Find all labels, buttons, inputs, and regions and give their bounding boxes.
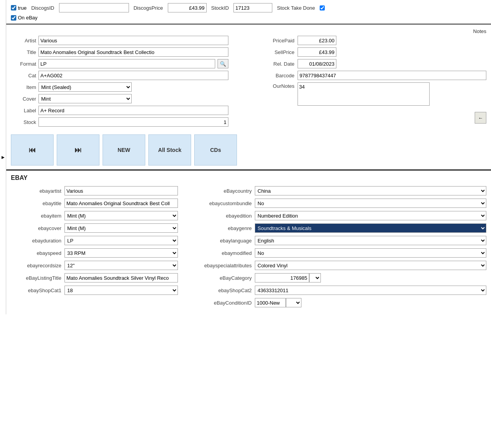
ebayspeed-select[interactable]: 33 RPM 45 RPM — [64, 248, 178, 258]
stock-id-input[interactable] — [233, 3, 272, 12]
ebayshopcat2-select[interactable]: 43633312011 — [255, 286, 486, 295]
ebayedition-select[interactable]: Numbered Edition Limited Edition Standar… — [255, 211, 486, 220]
ebay-shop-cat1-select[interactable]: 18 1 — [64, 286, 178, 295]
navigation-buttons: ⏮ ⏭ NEW All Stock CDs — [11, 134, 486, 166]
ebaytitle-label: ebaytitle — [11, 200, 61, 206]
ebayitem-label: ebayitem — [11, 213, 61, 219]
on-discogs-label: true — [18, 5, 26, 11]
ebaycountry-select[interactable]: China UK USA — [255, 186, 486, 195]
ebaylanguage-select[interactable]: English Japanese — [255, 236, 486, 245]
price-paid-label: PricePaid — [244, 38, 294, 44]
discogs-id-label: DiscogsID — [31, 5, 54, 11]
ebaytitle-input[interactable] — [64, 199, 178, 208]
ebay-shop-cat1-row: ebayShopCat1 18 1 — [11, 286, 178, 295]
barcode-row: Barcode — [244, 71, 486, 80]
next-button[interactable]: ⏭ — [57, 134, 99, 166]
side-arrow[interactable]: ▶ — [0, 0, 6, 314]
ebaycover-row: ebaycover Mint (M) Near Mint — [11, 223, 178, 233]
ebaymodified-select[interactable]: No Yes — [255, 248, 486, 258]
format-input[interactable] — [38, 59, 215, 68]
ebaycover-label: ebaycover — [11, 225, 61, 231]
ebaycustombundle-select[interactable]: No Yes — [255, 199, 486, 208]
artist-input[interactable] — [38, 36, 228, 45]
sell-price-input[interactable] — [298, 47, 336, 57]
discogs-price-input[interactable] — [168, 3, 207, 12]
cover-label: Cover — [11, 96, 36, 102]
ebayspecialattributes-label: ebayspecialattributes — [190, 263, 252, 268]
ebayartist-row: ebayartist — [11, 186, 178, 195]
notes-label: Notes — [473, 28, 486, 34]
ebaymodified-row: ebaymodified No Yes — [190, 248, 486, 258]
on-discogs-checkbox-label[interactable]: true — [11, 5, 26, 11]
format-label: Format — [11, 61, 36, 67]
price-paid-input[interactable] — [298, 36, 336, 45]
ebaycategory-container — [255, 273, 321, 282]
ebayedition-row: ebayedition Numbered Edition Limited Edi… — [190, 211, 486, 220]
ebayshopcat2-row: ebayShopCat2 43633312011 — [190, 286, 486, 295]
label-input[interactable] — [38, 106, 228, 115]
ebaycategory-row: eBayCategory — [190, 273, 486, 282]
barcode-input[interactable] — [298, 71, 486, 80]
ebaylanguage-label: ebaylanguage — [190, 238, 252, 244]
ebaycategory-arrow-select[interactable] — [309, 273, 321, 282]
back-icon-button[interactable]: ← — [475, 112, 486, 124]
all-stock-button[interactable]: All Stock — [148, 134, 191, 166]
cds-button[interactable]: CDs — [194, 134, 237, 166]
ebay-listing-title-input[interactable] — [64, 273, 178, 282]
new-button[interactable]: NEW — [103, 134, 145, 166]
ebaycover-select[interactable]: Mint (M) Near Mint — [64, 223, 178, 233]
ebayartist-label: ebayartist — [11, 188, 61, 194]
ebayduration-row: ebayduration LP EP Single — [11, 236, 178, 245]
rel-date-input[interactable] — [298, 59, 336, 68]
on-ebay-checkbox[interactable] — [11, 15, 16, 21]
ebayduration-select[interactable]: LP EP Single — [64, 236, 178, 245]
stock-take-done-checkbox[interactable] — [320, 5, 325, 10]
on-ebay-checkbox-label[interactable]: On eBay — [11, 15, 38, 21]
ebayartist-input[interactable] — [64, 186, 178, 195]
cover-select[interactable]: Mint Near Mint — [38, 94, 132, 103]
ebaycustombundle-label: ebaycustombundle — [190, 200, 252, 206]
item-select[interactable]: Mint (Sealed) Mint (M) Near Mint — [38, 82, 132, 92]
ebayitem-row: ebayitem Mint (M) Near Mint — [11, 211, 178, 220]
ebay-listing-title-label: eBayListingTitle — [11, 275, 61, 281]
first-button[interactable]: ⏮ — [11, 134, 54, 166]
stock-id-label: StockID — [211, 5, 229, 11]
artist-row: Artist — [11, 36, 228, 45]
ebayrecordsize-select[interactable]: 12" 10" 7" — [64, 261, 178, 270]
ebayconditionid-input[interactable] — [255, 298, 286, 307]
discogs-id-input[interactable] — [59, 3, 129, 12]
ebaycountry-label: eBaycountry — [190, 188, 252, 194]
ebay-listing-title-row: eBayListingTitle — [11, 273, 178, 282]
ebayrecordsize-row: ebayrecordsize 12" 10" 7" — [11, 261, 178, 270]
ebayspecialattributes-select[interactable]: Colored Vinyl Picture Disc None — [255, 261, 486, 270]
ebayconditionid-container — [255, 298, 301, 307]
ebaygenre-select[interactable]: Soundtracks & Musicals Pop Rock — [255, 223, 486, 233]
ebaycountry-row: eBaycountry China UK USA — [190, 186, 486, 195]
ebaycategory-input[interactable] — [255, 273, 309, 282]
ebaylanguage-row: ebaylanguage English Japanese — [190, 236, 486, 245]
ebayduration-label: ebayduration — [11, 238, 61, 244]
our-notes-textarea[interactable]: 34 — [298, 82, 430, 106]
item-label: Item — [11, 84, 36, 90]
ebayitem-select[interactable]: Mint (M) Near Mint — [64, 211, 178, 220]
barcode-label: Barcode — [244, 73, 294, 78]
cat-input[interactable] — [38, 71, 228, 80]
stock-row: Stock — [11, 117, 228, 127]
format-row: Format 🔍 — [11, 59, 228, 68]
sell-price-label: SellPrice — [244, 49, 294, 55]
ebaygenre-row: ebaygenre Soundtracks & Musicals Pop Roc… — [190, 223, 486, 233]
ebayconditionid-arrow-select[interactable] — [286, 298, 301, 307]
format-search-button[interactable]: 🔍 — [218, 59, 228, 68]
discogs-price-label: DiscogsPrice — [134, 5, 163, 11]
on-discogs-checkbox[interactable] — [11, 5, 16, 10]
cat-row: Cat — [11, 71, 228, 80]
label-row: Label — [11, 106, 228, 115]
stock-label: Stock — [11, 119, 36, 125]
top-bar: true DiscogsID DiscogsPrice StockID Stoc… — [6, 0, 491, 24]
stock-input[interactable] — [38, 117, 228, 127]
title-input[interactable] — [38, 47, 228, 57]
ebayspecialattributes-row: ebayspecialattributes Colored Vinyl Pict… — [190, 261, 486, 270]
ebayspeed-label: ebayspeed — [11, 250, 61, 256]
cover-row: Cover Mint Near Mint — [11, 94, 228, 103]
ebaytitle-row: ebaytitle — [11, 199, 178, 208]
